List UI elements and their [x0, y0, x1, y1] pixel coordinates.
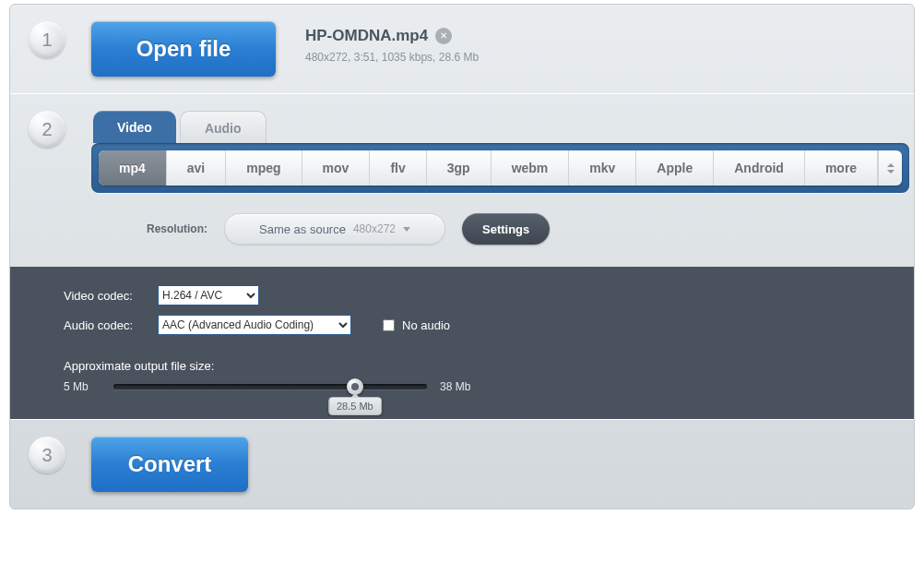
format-more[interactable]: more [805, 150, 878, 186]
slider-value-bubble: 28.5 Mb [328, 397, 382, 415]
converter-panel: 1 Open file HP-OMDNA.mp4 480x272, 3:51, … [9, 4, 915, 509]
no-audio-label: No audio [402, 318, 450, 332]
step-3-section: 3 Convert [10, 420, 914, 509]
format-flv[interactable]: flv [370, 150, 426, 186]
tab-audio[interactable]: Audio [180, 111, 267, 143]
slider-max: 38 Mb [440, 380, 470, 393]
resolution-select[interactable]: Same as source 480x272 [224, 213, 445, 245]
chevron-down-icon [403, 227, 410, 232]
step-badge-3: 3 [29, 437, 65, 473]
remove-file-icon[interactable] [435, 28, 452, 44]
file-meta: 480x272, 3:51, 1035 kbps, 28.6 Mb [305, 51, 479, 64]
step-badge-1: 1 [29, 21, 65, 58]
format-bar: mp4 avi mpeg mov flv 3gp webm mkv Apple … [91, 143, 909, 193]
slider-min: 5 Mb [64, 380, 101, 393]
convert-button[interactable]: Convert [91, 437, 248, 492]
format-mp4[interactable]: mp4 [99, 150, 167, 186]
tab-video[interactable]: Video [93, 111, 176, 143]
no-audio-checkbox[interactable] [383, 319, 395, 331]
video-codec-label: Video codec: [64, 289, 147, 303]
format-3gp[interactable]: 3gp [427, 150, 492, 186]
open-file-button[interactable]: Open file [91, 21, 276, 77]
file-info: HP-OMDNA.mp4 480x272, 3:51, 1035 kbps, 2… [305, 21, 479, 64]
audio-codec-label: Audio codec: [64, 318, 147, 332]
step-badge-2: 2 [29, 111, 65, 148]
resolution-label: Resolution: [147, 222, 207, 235]
audio-codec-select[interactable]: AAC (Advanced Audio Coding) [158, 315, 351, 335]
step-2-section: 2 Video Audio mp4 avi mpeg mov flv 3gp w… [10, 94, 914, 267]
resolution-text: Same as source [259, 222, 346, 236]
file-name: HP-OMDNA.mp4 [305, 27, 428, 45]
format-tabs: Video Audio [93, 111, 909, 143]
approx-size-label: Approximate output file size: [64, 359, 860, 373]
advanced-settings: Video codec: H.264 / AVC Audio codec: AA… [10, 267, 914, 419]
format-apple[interactable]: Apple [636, 150, 714, 186]
format-android[interactable]: Android [714, 150, 805, 186]
size-slider[interactable]: 28.5 Mb [113, 384, 427, 389]
format-scroll-icon[interactable] [878, 150, 902, 186]
format-mkv[interactable]: mkv [569, 150, 636, 186]
format-webm[interactable]: webm [492, 150, 570, 186]
resolution-sub: 480x272 [353, 222, 396, 235]
format-mov[interactable]: mov [302, 150, 371, 186]
format-avi[interactable]: avi [167, 150, 226, 186]
step-1-section: 1 Open file HP-OMDNA.mp4 480x272, 3:51, … [10, 5, 914, 93]
format-mpeg[interactable]: mpeg [226, 150, 302, 186]
video-codec-select[interactable]: H.264 / AVC [158, 285, 259, 305]
settings-button[interactable]: Settings [462, 213, 550, 245]
